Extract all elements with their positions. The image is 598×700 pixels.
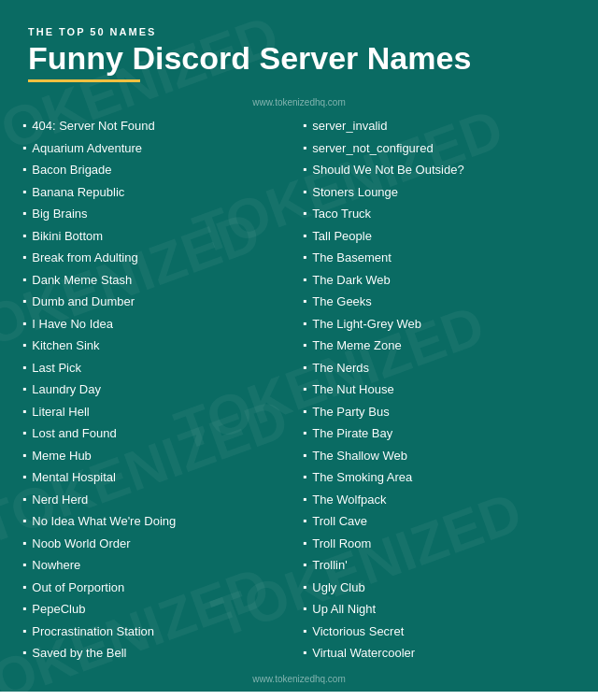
bullet: ▪ — [303, 141, 306, 154]
bullet: ▪ — [303, 273, 306, 286]
item-text: Tall People — [312, 227, 372, 246]
item-text: The Dark Web — [312, 271, 391, 290]
list-item: ▪Dumb and Dumber — [19, 291, 299, 313]
item-text: Nowhere — [32, 556, 80, 575]
bullet: ▪ — [22, 449, 26, 462]
list-item: ▪The Party Bus — [299, 401, 579, 423]
page-title: Funny Discord Server Names — [28, 41, 570, 76]
item-text: Virtual Watercooler — [312, 644, 415, 663]
item-text: Stoners Lounge — [312, 183, 398, 202]
item-text: The Basement — [312, 249, 392, 267]
item-text: Laundry Day — [32, 380, 101, 399]
header-section: THE TOP 50 NAMES Funny Discord Server Na… — [0, 0, 598, 97]
list-item: ▪server_invalid — [299, 115, 579, 137]
item-text: Dank Meme Stash — [32, 271, 132, 290]
bullet: ▪ — [22, 250, 26, 264]
bullet: ▪ — [22, 317, 26, 330]
list-item: ▪Virtual Watercooler — [299, 642, 579, 664]
bullet: ▪ — [303, 163, 306, 176]
list-item: ▪Victorious Secret — [299, 621, 579, 643]
list-item: ▪Lost and Found — [19, 422, 299, 445]
bullet: ▪ — [22, 229, 26, 242]
list-item: ▪The Geeks — [299, 291, 579, 313]
bullet: ▪ — [22, 382, 26, 395]
bullet: ▪ — [303, 405, 306, 418]
item-text: Meme Hub — [32, 447, 92, 465]
item-text: Noob World Order — [32, 535, 130, 553]
bullet: ▪ — [22, 536, 26, 550]
item-text: server_not_configured — [312, 139, 433, 158]
item-text: Big Brains — [32, 205, 87, 223]
bullet: ▪ — [22, 646, 26, 659]
bullet: ▪ — [22, 580, 26, 593]
bullet: ▪ — [303, 449, 306, 462]
list-item: ▪Troll Cave — [299, 510, 579, 533]
bullet: ▪ — [303, 119, 306, 132]
bullet: ▪ — [303, 493, 306, 506]
main-container: TOKENIZED TOKENIZED TOKENIZED TOKENIZED … — [0, 0, 598, 700]
list-item: ▪I Have No Idea — [19, 313, 299, 336]
item-text: Mental Hospital — [32, 468, 116, 487]
bullet: ▪ — [22, 141, 26, 154]
item-text: Out of Porportion — [32, 579, 124, 597]
bullet: ▪ — [303, 470, 306, 483]
bullet: ▪ — [22, 426, 26, 439]
bullet: ▪ — [303, 646, 306, 659]
list-item: ▪Ugly Club — [299, 577, 579, 599]
list-item: ▪The Nerds — [299, 357, 579, 379]
bullet: ▪ — [303, 382, 306, 395]
item-text: PepeClub — [32, 600, 85, 619]
bullet: ▪ — [22, 207, 26, 220]
item-text: I Have No Idea — [32, 315, 113, 334]
list-item: ▪The Wolfpack — [299, 489, 579, 511]
item-text: Lost and Found — [32, 424, 116, 443]
bullet: ▪ — [22, 493, 26, 506]
item-text: Dumb and Dumber — [32, 293, 135, 311]
bullet: ▪ — [303, 514, 306, 527]
item-text: Banana Republic — [32, 183, 124, 202]
bullet: ▪ — [22, 558, 26, 571]
list-item: ▪Bikini Bottom — [19, 225, 299, 248]
bullet: ▪ — [22, 405, 26, 418]
list-item: ▪Tall People — [299, 225, 579, 248]
item-text: Troll Room — [312, 535, 371, 553]
footer-website-url: www.tokenizedhq.com — [0, 674, 598, 688]
list-item: ▪The Nut House — [299, 379, 579, 401]
list-item: ▪Stoners Lounge — [299, 181, 579, 204]
bullet: ▪ — [303, 317, 306, 330]
bullet: ▪ — [22, 119, 26, 132]
list-item: ▪Big Brains — [19, 203, 299, 225]
list-item: ▪The Pirate Bay — [299, 422, 579, 445]
bullet: ▪ — [22, 338, 26, 351]
item-text: Procrastination Station — [32, 622, 154, 641]
bullet: ▪ — [22, 185, 26, 198]
bullet: ▪ — [303, 580, 306, 593]
bullet: ▪ — [303, 602, 306, 615]
item-text: Aquarium Adventure — [32, 139, 142, 158]
left-column: ▪404: Server Not Found▪Aquarium Adventur… — [19, 115, 299, 664]
list-section: ▪404: Server Not Found▪Aquarium Adventur… — [0, 115, 598, 674]
bullet: ▪ — [303, 250, 306, 264]
item-text: The Pirate Bay — [312, 424, 392, 443]
item-text: Literal Hell — [32, 403, 89, 421]
bullet: ▪ — [303, 624, 306, 637]
item-text: Break from Adulting — [32, 249, 137, 267]
list-item: ▪Kitchen Sink — [19, 335, 299, 357]
item-text: Kitchen Sink — [32, 336, 99, 355]
list-item: ▪The Basement — [299, 247, 579, 269]
list-item: ▪Banana Republic — [19, 181, 299, 204]
item-text: Saved by the Bell — [32, 644, 126, 663]
bullet: ▪ — [22, 602, 26, 615]
item-text: server_invalid — [312, 117, 387, 136]
list-item: ▪Aquarium Adventure — [19, 137, 299, 160]
bullet: ▪ — [22, 470, 26, 483]
bullet: ▪ — [22, 361, 26, 374]
item-text: Taco Truck — [312, 205, 371, 223]
bullet: ▪ — [303, 361, 306, 374]
list-item: ▪The Shallow Web — [299, 445, 579, 467]
list-item: ▪404: Server Not Found — [19, 115, 299, 137]
list-item: ▪Mental Hospital — [19, 466, 299, 489]
list-item: ▪The Dark Web — [299, 269, 579, 292]
list-item: ▪Break from Adulting — [19, 247, 299, 269]
item-text: The Nerds — [312, 359, 369, 378]
